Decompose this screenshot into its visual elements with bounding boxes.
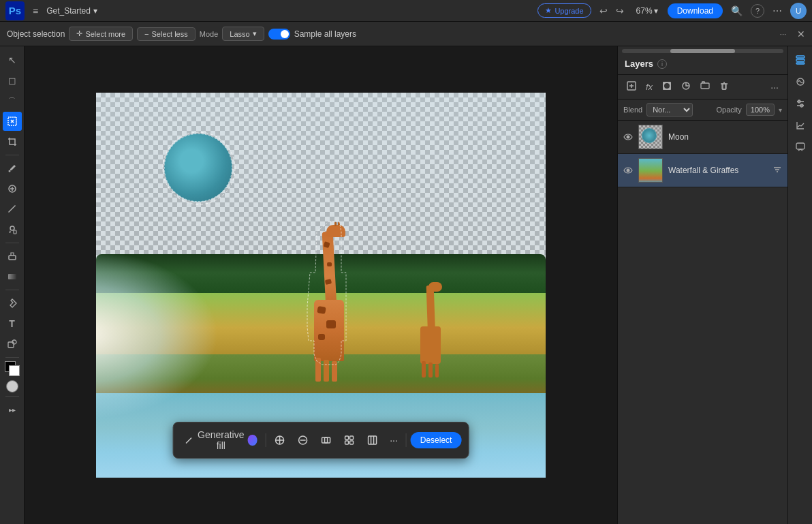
foreground-color-swatch[interactable] [5,361,20,376]
svg-rect-5 [9,256,16,260]
quick-mask-button[interactable] [6,380,18,392]
toolbar-separator-2 [5,243,19,243]
more-tools-button[interactable]: ▸▸ [3,400,22,419]
healing-tool-button[interactable] [3,179,22,198]
clone-stamp-button[interactable] [3,220,22,239]
deselect-button[interactable]: Deselect [411,432,462,448]
layer-item-moon[interactable]: Moon [618,121,787,154]
moon-layer[interactable] [164,134,232,202]
canvas-container: Generative fill [96,93,546,478]
close-options-button[interactable]: ✕ [797,29,805,40]
text-tool-button[interactable]: T [3,314,22,333]
mask-button[interactable] [659,79,675,95]
delete-layer-button[interactable] [716,79,732,95]
transform-button[interactable] [270,432,289,448]
svg-rect-29 [796,63,805,64]
toolbar-separator-3 [5,290,19,290]
toolbar-separator-5 [5,396,19,397]
layer-thumbnail-giraffes [638,158,663,183]
waterfall-mist [96,249,219,420]
history-panel-icon[interactable] [791,116,810,135]
svg-rect-27 [796,56,805,58]
layer-name-moon: Moon [668,132,782,142]
svg-rect-6 [8,274,16,279]
canvas-background[interactable] [96,93,546,478]
search-button[interactable]: 🔍 [728,4,745,18]
lasso-tool-button[interactable]: ⌒ [3,91,22,110]
document-name[interactable]: Get_Started ▾ [46,6,97,16]
sample-all-layers-toggle[interactable]: Sample all layers [268,29,356,40]
giraffe-small [416,282,447,377]
help-button[interactable]: ? [751,4,764,18]
apps-button[interactable]: ⋯ [770,4,785,18]
toolbar-separator-1 [5,155,19,155]
undo-button[interactable]: ↩ [597,4,610,18]
magic-wand-icon [185,435,194,446]
generative-fill-button[interactable]: Generative fill [181,427,262,454]
layer-name-giraffes: Waterfall & Giraffes [668,166,767,175]
download-button[interactable]: Download [668,3,723,18]
more-ctx-button[interactable]: ··· [386,432,402,448]
sample-all-layers-label: Sample all layers [294,29,356,39]
redo-button[interactable]: ↪ [613,4,627,18]
layer-thumbnail-moon [638,125,663,149]
avatar: U [790,3,807,19]
more-options-button[interactable]: ··· [773,28,793,40]
pen-tool-button[interactable] [3,294,22,313]
layers-info-icon[interactable]: i [657,59,667,69]
svg-point-3 [10,226,14,230]
intersect-button[interactable] [316,432,335,448]
giraffe-tall [307,225,355,382]
selection-marching-ants [161,131,236,206]
selection-tool-button[interactable]: ◻ [3,71,22,90]
minus-icon: − [144,30,149,38]
svg-rect-23 [701,83,709,89]
fx-button[interactable]: fx [642,80,656,94]
panel-scrollbar[interactable] [618,46,787,53]
thumb-giraffe-scene [639,159,663,183]
shape-tool-button[interactable] [3,335,22,354]
new-layer-button[interactable] [623,79,640,95]
zoom-level-button[interactable]: 67% ▾ [632,5,662,17]
svg-rect-4 [14,230,16,234]
eyedropper-tool-button[interactable] [3,159,22,178]
context-toolbar-divider-2 [406,433,407,447]
svg-rect-28 [796,59,805,61]
comments-panel-icon[interactable] [791,138,810,157]
subtract-button[interactable] [293,432,312,448]
layer-item-giraffes[interactable]: Waterfall & Giraffes [618,154,787,187]
layer-filter-icon[interactable] [772,165,782,176]
brush-tool-button[interactable] [3,200,22,219]
adjustments-panel-icon[interactable] [791,94,810,113]
eraser-tool-button[interactable] [3,247,22,266]
opacity-label: Opacity [717,106,742,114]
expand-button[interactable] [339,432,358,448]
blend-mode-select[interactable]: Nor... Multiply Screen Overlay [646,103,693,117]
svg-point-9 [163,132,235,204]
svg-rect-18 [368,436,376,444]
crop-tool-button[interactable] [3,132,22,151]
lasso-mode-button[interactable]: Lasso ▾ [222,27,264,41]
layers-header: Layers i [618,53,787,75]
main-area: ↖ ◻ ⌒ [0,46,812,524]
select-less-button[interactable]: − Select less [137,27,196,41]
ps-logo: Ps [5,1,25,20]
hamburger-menu[interactable]: ≡ [30,4,41,18]
object-selection-tool-button[interactable] [3,112,22,131]
move-tool-button[interactable]: ↖ [3,50,22,70]
adjustment-button[interactable] [678,79,694,95]
layers-panel-icon[interactable] [791,50,810,70]
opacity-arrow[interactable]: ▾ [779,106,782,114]
layer-visibility-moon[interactable] [623,132,633,142]
opacity-value[interactable]: 100% [746,104,775,116]
channels-panel-icon[interactable] [791,72,810,91]
layer-visibility-giraffes[interactable] [623,165,633,176]
topbar: Ps ≡ Get_Started ▾ ★ Upgrade ↩ ↪ 67% ▾ D… [0,0,812,22]
sample-layers-switch[interactable] [268,29,290,40]
select-more-button[interactable]: ✛ Select more [69,27,133,41]
gradient-tool-button[interactable] [3,267,22,286]
upgrade-button[interactable]: ★ Upgrade [537,3,591,18]
transform2-button[interactable] [362,432,381,448]
layers-more-button[interactable]: ··· [767,80,782,95]
group-button[interactable] [697,79,713,95]
